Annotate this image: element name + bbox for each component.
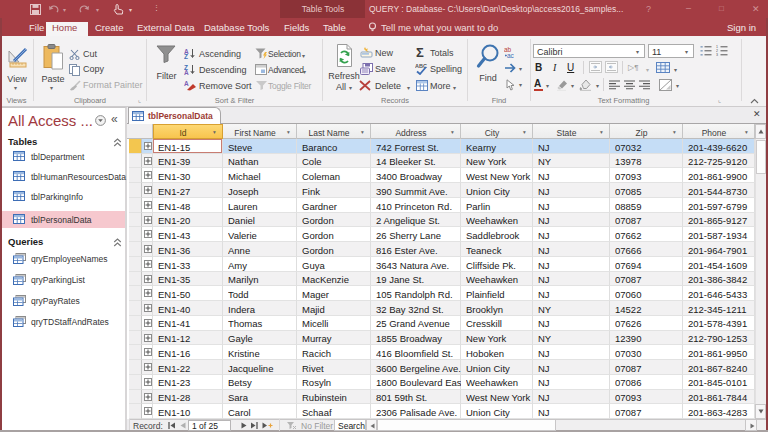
svg-text:Z: Z xyxy=(184,53,188,59)
svg-text:ac: ac xyxy=(507,52,515,58)
svg-text:A: A xyxy=(184,69,189,75)
svg-text:3: 3 xyxy=(716,53,718,57)
svg-text:A: A xyxy=(184,80,189,87)
